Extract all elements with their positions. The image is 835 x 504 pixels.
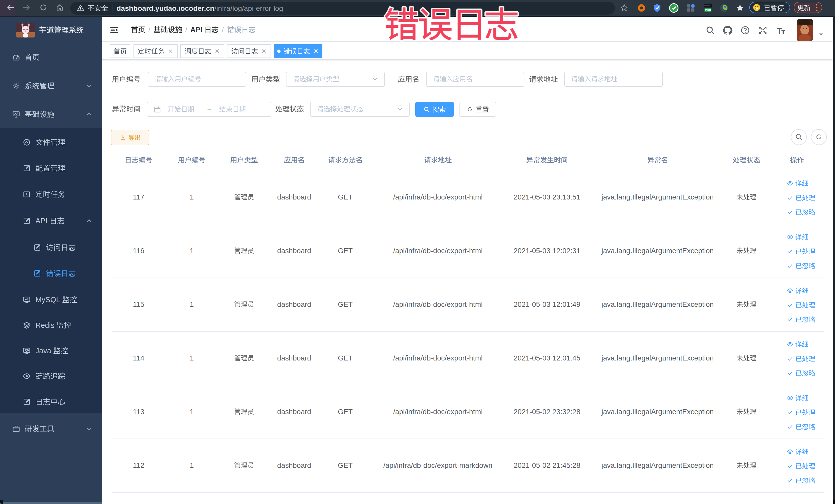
svg-text:OFF: OFF [705,8,711,12]
